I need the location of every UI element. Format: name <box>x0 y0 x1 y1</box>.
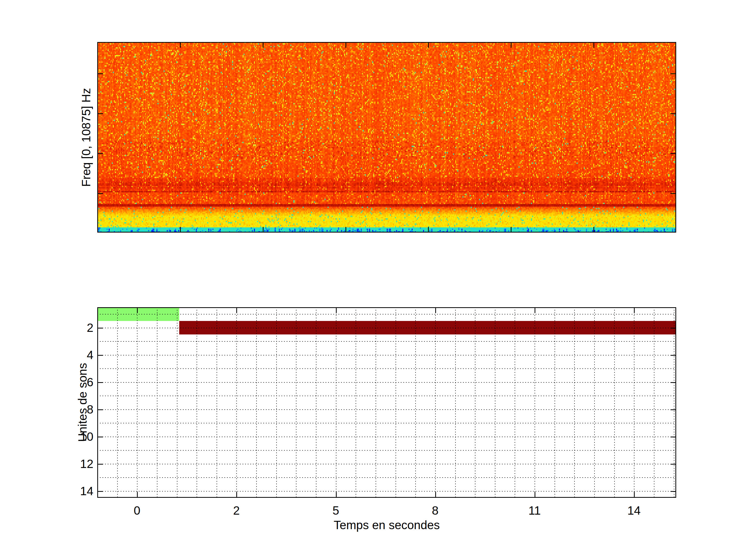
grid-line-x <box>634 307 635 498</box>
activity-x-tick <box>535 492 535 498</box>
spectrogram-x-tick <box>345 227 346 233</box>
activity-y-tick <box>670 491 676 492</box>
grid-line-y <box>97 328 676 328</box>
grid-line-y <box>97 368 676 369</box>
grid-line-x <box>336 307 336 498</box>
activity-x-tick <box>236 492 237 498</box>
activity-y-tick <box>97 436 103 437</box>
activity-y-tick <box>97 355 103 356</box>
spectrogram-x-tick <box>593 42 594 48</box>
grid-line-x <box>376 307 376 498</box>
spectrogram-x-tick <box>345 42 346 48</box>
grid-line-x <box>415 307 416 498</box>
activity-y-tick <box>97 464 103 464</box>
grid-line-x <box>614 307 615 498</box>
activity-y-tick <box>670 464 676 464</box>
grid-line-x <box>495 307 495 498</box>
activity-y-tick <box>670 355 676 356</box>
grid-line-x <box>515 307 515 498</box>
grid-line-x <box>654 307 654 498</box>
grid-line-x <box>356 307 356 498</box>
y-tick-label: 14 <box>70 484 93 498</box>
grid-line-x <box>296 307 297 498</box>
grid-line-y <box>97 436 676 437</box>
spectrogram-y-tick <box>670 73 676 74</box>
x-tick-label: 11 <box>529 504 541 517</box>
spectrogram-image <box>97 42 676 233</box>
activity-y-tick <box>97 382 103 383</box>
spectrogram-axes <box>97 42 676 233</box>
spectrogram-y-tick <box>97 113 103 114</box>
activity-y-tick <box>97 491 103 492</box>
grid-line-x <box>137 307 137 498</box>
grid-line-y <box>97 464 676 464</box>
grid-line-y <box>97 382 676 383</box>
y-tick-label: 6 <box>70 375 93 389</box>
activity-axes <box>97 307 676 498</box>
spectrogram-y-axis-label: Freq [0, 10875] Hz <box>79 88 93 187</box>
spectrogram-x-tick <box>511 42 512 48</box>
grid-line-x <box>256 307 257 498</box>
grid-line-y <box>97 409 676 410</box>
spectrogram-x-tick <box>263 42 263 48</box>
grid-line-y <box>97 450 676 451</box>
grid-line-x <box>455 307 456 498</box>
grid-line-y <box>97 423 676 423</box>
grid-line-y <box>97 477 676 478</box>
grid-line-x <box>316 307 316 498</box>
grid-line-x <box>594 307 595 498</box>
grid-line-x <box>216 307 217 498</box>
y-tick-label: 4 <box>70 348 93 362</box>
activity-x-tick <box>336 492 337 498</box>
grid-line-x <box>475 307 475 498</box>
activity-x-axis-label: Temps en secondes <box>334 518 440 532</box>
grid-line-x <box>435 307 436 498</box>
activity-y-tick <box>670 382 676 383</box>
grid-line-x <box>574 307 575 498</box>
grid-line-x <box>236 307 237 498</box>
grid-line-x <box>276 307 277 498</box>
x-tick-label: 0 <box>134 504 140 517</box>
activity-x-tick <box>236 307 237 313</box>
activity-x-tick <box>535 307 535 313</box>
x-tick-label: 8 <box>432 504 439 517</box>
spectrogram-y-tick <box>670 193 676 194</box>
activity-x-tick <box>435 492 436 498</box>
spectrogram-y-tick <box>670 153 676 154</box>
grid-line-x <box>197 307 197 498</box>
grid-line-y <box>97 341 676 342</box>
grid-line-x <box>535 307 535 498</box>
spectrogram-y-tick <box>670 113 676 114</box>
spectrogram-x-tick <box>511 227 512 233</box>
x-tick-label: 2 <box>233 504 240 517</box>
activity-x-tick <box>634 307 635 313</box>
spectrogram-y-tick <box>97 73 103 74</box>
spectrogram-x-tick <box>263 227 263 233</box>
grid-line-x <box>555 307 555 498</box>
activity-x-tick <box>435 307 436 313</box>
grid-line-y <box>97 491 676 491</box>
y-tick-label: 10 <box>70 430 93 444</box>
grid-line-x <box>157 307 157 498</box>
activity-x-tick <box>137 307 138 313</box>
grid-line-y <box>97 396 676 396</box>
grid-line-y <box>97 355 676 355</box>
spectrogram-y-tick <box>97 153 103 154</box>
spectrogram-x-tick <box>428 227 429 233</box>
spectrogram-x-tick <box>428 42 429 48</box>
y-tick-label: 2 <box>70 321 93 335</box>
grid-line-y <box>97 314 676 315</box>
activity-x-tick <box>336 307 337 313</box>
spectrogram-x-tick <box>180 42 181 48</box>
activity-x-tick <box>634 492 635 498</box>
activity-axes-border <box>97 307 676 498</box>
activity-y-tick <box>670 436 676 437</box>
spectrogram-x-tick <box>593 227 594 233</box>
activity-y-tick <box>670 409 676 410</box>
activity-y-tick <box>97 409 103 410</box>
grid-line-x <box>117 307 118 498</box>
y-tick-label: 8 <box>70 402 93 416</box>
figure: Freq [0, 10875] Hz Unites de sons Temps … <box>0 0 747 560</box>
grid-line-x <box>177 307 177 498</box>
grid-line-x <box>674 307 674 498</box>
